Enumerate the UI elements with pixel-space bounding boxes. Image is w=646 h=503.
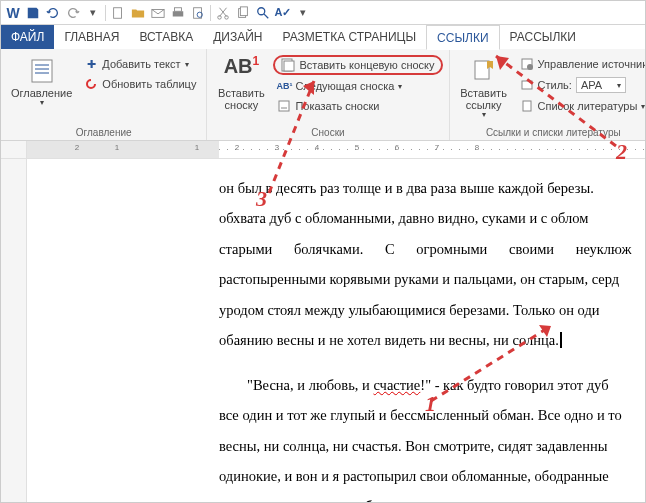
svg-rect-23 [522, 81, 532, 89]
text-line: обхвата дуб с обломанными, давно видно, … [219, 203, 645, 233]
tab-design[interactable]: ДИЗАЙН [203, 25, 272, 49]
quick-access-toolbar: W ▾ A✓ ▾ [1, 1, 645, 25]
svg-point-22 [527, 64, 533, 70]
insert-endnote-label: Вставить концевую сноску [299, 59, 434, 71]
svg-rect-17 [284, 61, 294, 71]
manage-sources-label: Управление источник [538, 58, 646, 70]
spelling-icon[interactable]: A✓ [275, 5, 291, 21]
add-text-label: Добавить текст [102, 58, 180, 70]
next-footnote-label: Следующая сноска [295, 80, 394, 92]
svg-rect-9 [240, 6, 247, 15]
text-line: растопыренными корявыми руками и пальцам… [219, 264, 645, 294]
tab-home[interactable]: ГЛАВНАЯ [54, 25, 129, 49]
group-citations: Вставить ссылку ▾ Управление источник Ст… [450, 49, 646, 140]
show-notes-icon [277, 99, 291, 113]
svg-rect-3 [175, 7, 182, 11]
insert-footnote-label: Вставить сноску [218, 87, 265, 111]
qat-customize-icon[interactable]: ▾ [295, 5, 311, 21]
text-cursor [560, 332, 562, 348]
update-toc-button[interactable]: Обновить таблицу [80, 75, 200, 93]
copy-icon[interactable] [235, 5, 251, 21]
ruler-vertical[interactable] [1, 159, 27, 502]
insert-footnote-button[interactable]: AB 1 Вставить сноску [213, 51, 269, 115]
manage-sources-button[interactable]: Управление источник [516, 55, 646, 73]
text-line: одинокие, и вон и я растопырил свои обло… [219, 461, 645, 491]
qat-more-icon[interactable]: ▾ [85, 5, 101, 21]
redo-icon[interactable] [65, 5, 81, 21]
ruler-numbers: 2112345678 [27, 143, 645, 152]
text: !" - как будто говорил этот дуб [420, 377, 608, 393]
chevron-down-icon: ▾ [185, 60, 189, 69]
bibliography-button[interactable]: Список литературы ▾ [516, 97, 646, 115]
open-icon[interactable] [130, 5, 146, 21]
group-footnotes: AB 1 Вставить сноску Вставить концевую с… [207, 49, 449, 140]
toc-button[interactable]: Оглавление ▾ [7, 51, 76, 112]
cut-icon[interactable] [215, 5, 231, 21]
new-icon[interactable] [110, 5, 126, 21]
find-icon[interactable] [255, 5, 271, 21]
print-preview-icon[interactable] [190, 5, 206, 21]
text-line: обаянию весны и не хотел видеть ни весны… [219, 325, 645, 355]
text: "Весна, и любовь, и [247, 377, 373, 393]
update-toc-label: Обновить таблицу [102, 78, 196, 90]
svg-rect-0 [114, 7, 122, 18]
separator [105, 5, 106, 21]
text-line: уродом стоял между улыбающимися березами… [219, 295, 645, 325]
svg-rect-20 [475, 61, 489, 79]
chevron-down-icon: ▾ [398, 82, 402, 91]
annotation-number-2: 2 [616, 139, 627, 165]
document-page[interactable]: он был в десять раз толще и в два раза в… [27, 159, 645, 502]
next-footnote-button[interactable]: AB¹ Следующая сноска ▾ [273, 77, 442, 95]
chevron-down-icon: ▾ [641, 102, 645, 111]
add-text-button[interactable]: ✚ Добавить текст ▾ [80, 55, 200, 73]
word-logo-icon[interactable]: W [5, 5, 21, 21]
group-toc-label: Оглавление [7, 125, 200, 140]
tab-references[interactable]: ССЫЛКИ [426, 25, 499, 50]
bibliography-icon [520, 99, 534, 113]
insert-endnote-icon [281, 58, 295, 72]
add-text-icon: ✚ [84, 57, 98, 71]
ab-text: AB [224, 55, 253, 77]
text-line: весны, ни солнца, ни счастья. Вон смотри… [219, 431, 645, 461]
next-footnote-icon: AB¹ [277, 79, 291, 93]
show-notes-label: Показать сноски [295, 100, 379, 112]
quick-print-icon[interactable] [170, 5, 186, 21]
insert-citation-icon [468, 55, 500, 87]
ruler-horizontal[interactable]: 2112345678 [27, 141, 645, 158]
save-icon[interactable] [25, 5, 41, 21]
insert-citation-label: Вставить ссылку [460, 87, 507, 111]
style-icon [520, 78, 534, 92]
svg-rect-24 [523, 101, 531, 111]
tab-insert[interactable]: ВСТАВКА [129, 25, 203, 49]
spellcheck-error[interactable]: счастие [373, 377, 420, 393]
update-icon [84, 77, 98, 91]
insert-citation-button[interactable]: Вставить ссылку ▾ [456, 51, 512, 124]
citation-style-select[interactable]: APA ▾ [576, 77, 626, 93]
ab-super: 1 [253, 55, 260, 68]
toc-icon [26, 55, 58, 87]
ruler-area: 2112345678 [1, 141, 645, 159]
group-toc: Оглавление ▾ ✚ Добавить текст ▾ Обновить… [1, 49, 207, 140]
show-notes-button[interactable]: Показать сноски [273, 97, 442, 115]
svg-rect-12 [32, 60, 52, 82]
text-line: он был в десять раз толще и в два раза в… [219, 173, 645, 203]
citation-style-row: Стиль: APA ▾ [516, 75, 646, 95]
tab-mailings[interactable]: РАССЫЛКИ [500, 25, 586, 49]
chevron-down-icon: ▾ [482, 111, 486, 120]
group-citations-label: Ссылки и списки литературы [456, 125, 646, 140]
text-line: старыми болячками. С огромными своими не… [219, 234, 645, 264]
svg-line-11 [264, 13, 268, 17]
ribbon-tabs: ФАЙЛ ГЛАВНАЯ ВСТАВКА ДИЗАЙН РАЗМЕТКА СТР… [1, 25, 645, 49]
chevron-down-icon: ▾ [40, 99, 44, 108]
insert-endnote-button[interactable]: Вставить концевую сноску [273, 55, 442, 75]
insert-footnote-icon: AB 1 [225, 55, 257, 87]
tab-page-layout[interactable]: РАЗМЕТКА СТРАНИЦЫ [273, 25, 427, 49]
text-line: выросли - из спины, из боков; как выросл… [219, 491, 645, 502]
email-icon[interactable] [150, 5, 166, 21]
undo-icon[interactable] [45, 5, 61, 21]
tab-file[interactable]: ФАЙЛ [1, 25, 54, 49]
ruler-corner [1, 141, 27, 158]
document-area: он был в десять раз толще и в два раза в… [1, 159, 645, 502]
svg-rect-2 [173, 11, 184, 16]
svg-point-10 [258, 7, 265, 14]
